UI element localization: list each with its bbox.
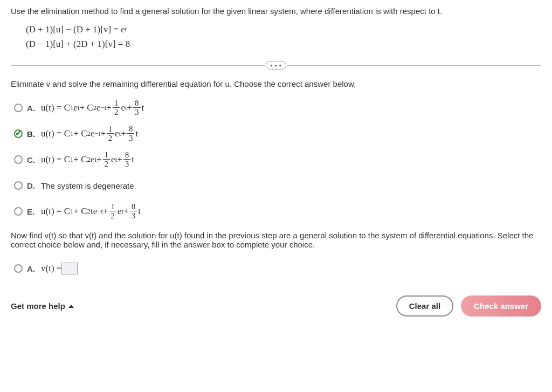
choice-b[interactable]: B. u(t) = C1 + C2 e−t + 12 et + 83t — [14, 123, 541, 145]
choice-e[interactable]: E. u(t) = C1 + C2te−t + 12 et + 83t — [14, 201, 541, 222]
section-divider: • • • — [11, 61, 541, 70]
expand-dots[interactable]: • • • — [266, 61, 286, 70]
footer-bar: Get more help Clear all Check answer — [11, 293, 541, 317]
radio-b[interactable] — [14, 129, 23, 138]
choices-group-2: A. v(t) = — [14, 258, 541, 279]
choice-a-math: u(t) = C1 et + C2 e−t + 12 et + 83t — [41, 99, 144, 117]
equation-1: (D + 1)[u] − (D + 1)[v] = et — [26, 22, 127, 37]
choice-letter: B. — [27, 129, 37, 139]
equation-2: (D − 1)[u] + (2D + 1)[v] = 8 — [26, 37, 130, 51]
answer-input-v[interactable] — [61, 263, 78, 274]
choice-letter: A. — [27, 264, 37, 273]
radio-a[interactable] — [14, 104, 23, 112]
choice-e-math: u(t) = C1 + C2te−t + 12 et + 83t — [41, 203, 141, 221]
get-help-label: Get more help — [11, 301, 65, 311]
choice-letter: A. — [27, 104, 37, 113]
choice-c[interactable]: C. u(t) = C1 + C2 et + 12 et + 83t — [14, 149, 541, 170]
question-prompt: Use the elimination method to find a gen… — [11, 6, 541, 16]
choice-letter: C. — [27, 155, 37, 164]
action-buttons: Clear all Check answer — [396, 295, 541, 317]
radio-c[interactable] — [14, 155, 23, 164]
choice-letter: D. — [27, 181, 37, 190]
sub-question-2: Now find v(t) so that v(t) and the solut… — [11, 231, 541, 249]
radio-2a[interactable] — [14, 264, 23, 273]
choice-2a[interactable]: A. v(t) = — [14, 258, 541, 279]
choice-d[interactable]: D. The system is degenerate. — [14, 175, 541, 196]
choice-d-text: The system is degenerate. — [41, 181, 136, 190]
sub-question-1: Eliminate v and solve the remaining diff… — [11, 79, 541, 88]
triangle-up-icon — [68, 305, 74, 308]
clear-all-button[interactable]: Clear all — [396, 295, 453, 317]
check-answer-button[interactable]: Check answer — [461, 295, 541, 317]
choice-a[interactable]: A. u(t) = C1 et + C2 e−t + 12 et + 83t — [14, 97, 541, 119]
choice-letter: E. — [27, 207, 37, 216]
radio-d[interactable] — [14, 181, 23, 190]
choice-2a-text: v(t) = — [41, 263, 61, 274]
get-more-help-button[interactable]: Get more help — [11, 301, 74, 311]
choices-group-1: A. u(t) = C1 et + C2 e−t + 12 et + 83t B… — [14, 97, 541, 222]
system-equations: (D + 1)[u] − (D + 1)[v] = et (D − 1)[u] … — [26, 22, 541, 51]
choice-c-math: u(t) = C1 + C2 et + 12 et + 83t — [41, 151, 134, 169]
choice-b-math: u(t) = C1 + C2 e−t + 12 et + 83t — [41, 125, 138, 143]
radio-e[interactable] — [14, 207, 23, 216]
